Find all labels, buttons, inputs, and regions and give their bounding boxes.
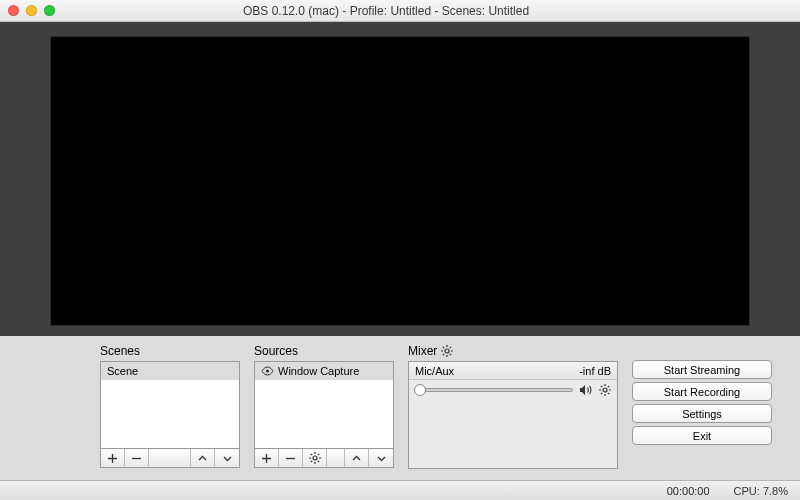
zoom-icon[interactable] bbox=[44, 5, 55, 16]
chevron-up-icon bbox=[197, 453, 208, 464]
mixer-channel-body bbox=[409, 380, 617, 400]
mixer-box: Mic/Aux -inf dB bbox=[408, 361, 618, 469]
channel-name: Mic/Aux bbox=[415, 365, 454, 377]
remove-source-button[interactable] bbox=[279, 449, 303, 467]
svg-point-0 bbox=[266, 369, 269, 372]
mixer-label: Mixer bbox=[408, 344, 618, 358]
eye-icon[interactable] bbox=[261, 366, 274, 376]
channel-level: -inf dB bbox=[579, 365, 611, 377]
svg-point-3 bbox=[603, 388, 607, 392]
sources-panel: Sources Window Capture bbox=[254, 344, 394, 468]
move-source-down-button[interactable] bbox=[369, 449, 393, 467]
start-streaming-button[interactable]: Start Streaming bbox=[632, 360, 772, 379]
minimize-icon[interactable] bbox=[26, 5, 37, 16]
start-recording-button[interactable]: Start Recording bbox=[632, 382, 772, 401]
volume-slider[interactable] bbox=[415, 388, 573, 392]
toolbar-spacer bbox=[327, 449, 345, 467]
svg-point-1 bbox=[313, 456, 317, 460]
scenes-toolbar bbox=[100, 448, 240, 468]
minus-icon bbox=[131, 453, 142, 464]
gear-icon[interactable] bbox=[599, 384, 611, 396]
source-name: Window Capture bbox=[278, 362, 359, 380]
status-cpu: CPU: 7.8% bbox=[734, 485, 788, 497]
toolbar-spacer bbox=[149, 449, 191, 467]
sources-list[interactable]: Window Capture bbox=[254, 361, 394, 449]
plus-icon bbox=[107, 453, 118, 464]
mixer-label-text: Mixer bbox=[408, 344, 437, 358]
chevron-down-icon bbox=[376, 453, 387, 464]
add-scene-button[interactable] bbox=[101, 449, 125, 467]
mixer-channel-header: Mic/Aux -inf dB bbox=[409, 362, 617, 380]
list-item[interactable]: Window Capture bbox=[255, 362, 393, 380]
panels: Scenes Scene Sources Window Capture bbox=[0, 336, 800, 469]
mixer-panel: Mixer Mic/Aux -inf dB bbox=[408, 344, 618, 469]
window-controls bbox=[8, 5, 55, 16]
speaker-icon[interactable] bbox=[579, 384, 593, 396]
remove-scene-button[interactable] bbox=[125, 449, 149, 467]
source-properties-button[interactable] bbox=[303, 449, 327, 467]
scene-name: Scene bbox=[107, 362, 138, 380]
scenes-panel: Scenes Scene bbox=[100, 344, 240, 468]
sources-label: Sources bbox=[254, 344, 394, 358]
status-bar: 00:00:00 CPU: 7.8% bbox=[0, 480, 800, 500]
move-scene-down-button[interactable] bbox=[215, 449, 239, 467]
plus-icon bbox=[261, 453, 272, 464]
settings-button[interactable]: Settings bbox=[632, 404, 772, 423]
status-time: 00:00:00 bbox=[667, 485, 710, 497]
control-buttons: Start Streaming Start Recording Settings… bbox=[632, 360, 772, 445]
move-source-up-button[interactable] bbox=[345, 449, 369, 467]
titlebar: OBS 0.12.0 (mac) - Profile: Untitled - S… bbox=[0, 0, 800, 22]
slider-thumb[interactable] bbox=[414, 384, 426, 396]
minus-icon bbox=[285, 453, 296, 464]
window-title: OBS 0.12.0 (mac) - Profile: Untitled - S… bbox=[243, 4, 529, 18]
preview-canvas[interactable] bbox=[50, 36, 750, 326]
chevron-down-icon bbox=[222, 453, 233, 464]
move-scene-up-button[interactable] bbox=[191, 449, 215, 467]
chevron-up-icon bbox=[351, 453, 362, 464]
add-source-button[interactable] bbox=[255, 449, 279, 467]
gear-icon bbox=[309, 452, 321, 464]
svg-point-2 bbox=[445, 349, 449, 353]
preview-area bbox=[0, 22, 800, 336]
exit-button[interactable]: Exit bbox=[632, 426, 772, 445]
close-icon[interactable] bbox=[8, 5, 19, 16]
sources-toolbar bbox=[254, 448, 394, 468]
list-item[interactable]: Scene bbox=[101, 362, 239, 380]
scenes-list[interactable]: Scene bbox=[100, 361, 240, 449]
gear-icon[interactable] bbox=[441, 345, 453, 357]
scenes-label: Scenes bbox=[100, 344, 240, 358]
